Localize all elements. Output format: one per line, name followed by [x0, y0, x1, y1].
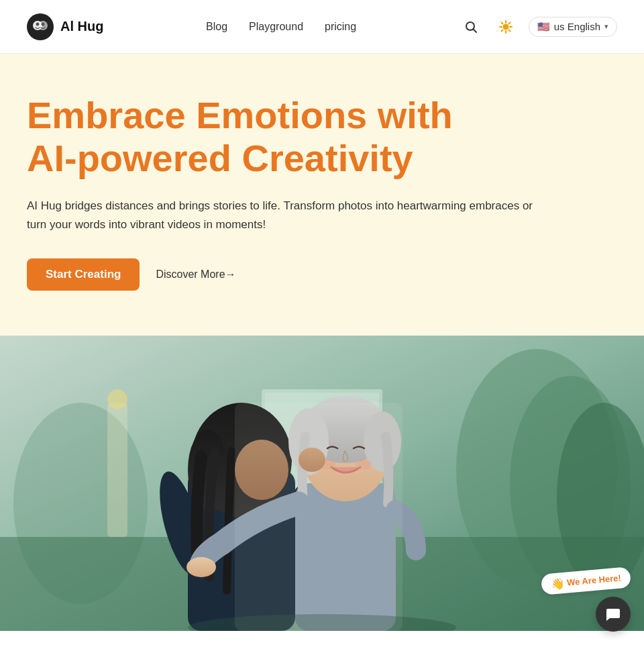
- nav-link-pricing[interactable]: pricing: [325, 21, 356, 33]
- svg-line-5: [473, 29, 476, 32]
- svg-point-41: [186, 557, 216, 577]
- hero-cta-group: Start Creating Discover More→: [27, 258, 617, 291]
- svg-line-13: [508, 22, 510, 23]
- nav-link-blog[interactable]: Blog: [206, 21, 227, 33]
- svg-point-24: [107, 389, 127, 409]
- navbar: Al Hug Blog Playground pricing: [0, 0, 644, 54]
- logo-text: Al Hug: [60, 19, 103, 34]
- logo-icon: [27, 13, 54, 40]
- language-label: us English: [554, 21, 600, 32]
- svg-line-12: [508, 30, 510, 31]
- nav-link-playground[interactable]: Playground: [249, 21, 303, 33]
- hero-title: Embrace Emotions with AI-powered Creativ…: [27, 94, 496, 181]
- hero-section: Embrace Emotions with AI-powered Creativ…: [0, 54, 644, 336]
- chat-widget: 👋 We Are Here!: [541, 570, 631, 631]
- flag-icon: 🇺🇸: [537, 21, 550, 33]
- svg-point-2: [36, 22, 40, 26]
- logo[interactable]: Al Hug: [27, 13, 103, 40]
- chat-hand-icon: 👋: [550, 577, 565, 591]
- hero-subtitle: AI Hug bridges distances and brings stor…: [27, 197, 550, 234]
- start-creating-button[interactable]: Start Creating: [27, 258, 140, 291]
- svg-line-14: [501, 30, 502, 31]
- svg-point-6: [503, 24, 508, 30]
- language-selector[interactable]: 🇺🇸 us English ▾: [529, 17, 617, 37]
- theme-toggle-icon[interactable]: [494, 15, 518, 39]
- svg-line-11: [501, 22, 502, 23]
- svg-point-3: [42, 22, 45, 26]
- nav-links: Blog Playground pricing: [206, 21, 356, 33]
- chevron-down-icon: ▾: [604, 22, 608, 31]
- nav-actions: 🇺🇸 us English ▾: [459, 15, 617, 39]
- search-icon[interactable]: [459, 15, 483, 39]
- svg-rect-23: [107, 403, 127, 537]
- svg-rect-43: [235, 403, 402, 631]
- chat-badge-text: We Are Here!: [567, 573, 622, 587]
- chat-open-button[interactable]: [596, 597, 631, 631]
- discover-more-button[interactable]: Discover More→: [156, 268, 235, 281]
